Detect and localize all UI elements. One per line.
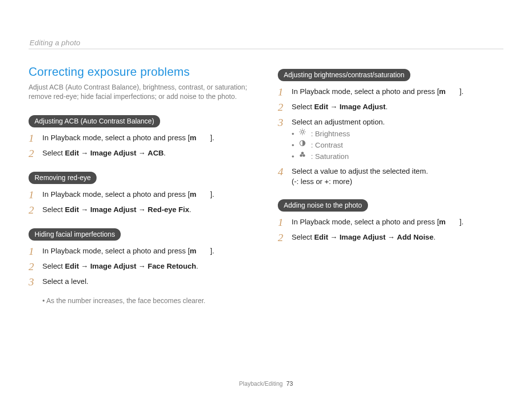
arrow-icon: →: [136, 205, 148, 214]
footer: Playback/Editing 73: [0, 380, 532, 387]
steps-noise: 1 In Playback mode, select a photo and p…: [278, 215, 502, 245]
step-face-1: 1 In Playback mode, select a photo and p…: [29, 244, 253, 259]
text: Select: [42, 149, 65, 157]
text: .: [386, 102, 388, 111]
column-right: Adjusting brightness/contrast/saturation…: [278, 64, 502, 305]
option-label: : Brightness: [311, 128, 350, 139]
step-number: 2: [278, 232, 287, 243]
text: ].: [210, 190, 214, 198]
text: (-: less or +: more): [292, 177, 352, 185]
svg-line-5: [300, 130, 301, 130]
breadcrumb-topic: Editing a photo: [29, 38, 503, 49]
step-text: In Playback mode, select a photo and pre…: [292, 86, 502, 97]
step-text: Select Edit→Image Adjust.: [292, 101, 502, 113]
svg-point-10: [301, 152, 304, 154]
text: Select: [292, 102, 314, 111]
page-title: Correcting exposure problems: [29, 65, 253, 79]
arrow-icon: →: [79, 262, 90, 270]
step-text: Select Edit→Image Adjust→ACB.: [42, 148, 253, 159]
step-bcs-4: 4 Select a value to adjust the selected …: [278, 164, 502, 188]
arrow-icon: →: [79, 205, 90, 214]
step-number: 1: [29, 132, 37, 144]
steps-acb: 1 In Playback mode, select a photo and p…: [29, 130, 253, 161]
step-acb-2: 2 Select Edit→Image Adjust→ACB.: [29, 146, 253, 161]
bold: Face Retouch: [148, 262, 196, 270]
contrast-icon: [299, 140, 306, 147]
steps-face: 1 In Playback mode, select a photo and p…: [29, 244, 253, 289]
text: ].: [460, 87, 464, 95]
options-bcs: : Brightness : Contrast : Saturation: [292, 127, 502, 162]
notes-face: As the number increases, the face become…: [29, 295, 253, 305]
heading-acb: Adjusting ACB (Auto Contrast Balance): [29, 115, 160, 127]
intro-text: Adjust ACB (Auto Contrast Balance), brig…: [29, 83, 253, 101]
step-number: 3: [29, 276, 37, 287]
option-label: : Contrast: [311, 140, 343, 150]
bold: Edit: [65, 149, 79, 157]
text: ].: [210, 133, 214, 142]
column-left: Correcting exposure problems Adjust ACB …: [29, 64, 253, 305]
step-text: In Playback mode, select a photo and pre…: [42, 246, 253, 257]
step-acb-1: 1 In Playback mode, select a photo and p…: [29, 130, 253, 146]
step-number: 2: [29, 148, 37, 159]
step-text: Select Edit→Image Adjust→Add Noise.: [292, 232, 502, 243]
arrow-icon: →: [328, 102, 339, 111]
text: In Playback mode, select a photo and pre…: [42, 133, 190, 142]
columns: Correcting exposure problems Adjust ACB …: [29, 49, 503, 305]
step-bcs-2: 2 Select Edit→Image Adjust.: [278, 99, 502, 115]
step-face-3: 3 Select a level.: [29, 274, 253, 289]
option-saturation: : Saturation: [292, 151, 502, 162]
text: Select: [42, 205, 65, 214]
text: .: [433, 233, 435, 241]
arrow-icon: →: [386, 233, 397, 241]
bold: Add Noise: [397, 233, 433, 241]
option-contrast: : Contrast: [292, 139, 502, 151]
saturation-icon: [299, 151, 306, 158]
arrow-icon: →: [79, 149, 90, 157]
text: Select: [42, 262, 65, 270]
text: Select: [292, 233, 314, 241]
bold: Edit: [65, 262, 79, 270]
heading-face: Hiding facial imperfections: [29, 228, 121, 241]
step-number: 1: [29, 189, 37, 200]
steps-bcs: 1 In Playback mode, select a photo and p…: [278, 84, 502, 188]
bold: Image Adjust: [339, 233, 386, 241]
step-text: In Playback mode, select a photo and pre…: [42, 189, 253, 200]
bold: Edit: [314, 233, 328, 241]
svg-point-0: [301, 131, 304, 133]
key-m: m: [190, 133, 196, 142]
text: .: [196, 262, 198, 270]
step-number: 4: [278, 166, 287, 186]
option-brightness: : Brightness: [292, 128, 502, 139]
bold: Image Adjust: [339, 102, 386, 111]
steps-redeye: 1 In Playback mode, select a photo and p…: [29, 187, 253, 217]
step-number: 2: [278, 101, 287, 113]
step-text: Select Edit→Image Adjust→Red-eye Fix.: [42, 204, 253, 216]
text: In Playback mode, select a photo and pre…: [292, 217, 439, 226]
svg-line-7: [300, 133, 301, 134]
heading-noise: Adding noise to the photo: [278, 199, 368, 212]
step-text: In Playback mode, select a photo and pre…: [292, 216, 502, 228]
text: ].: [210, 247, 214, 255]
svg-point-11: [300, 154, 302, 157]
step-bcs-1: 1 In Playback mode, select a photo and p…: [278, 84, 502, 99]
svg-line-8: [304, 130, 304, 130]
heading-redeye: Removing red-eye: [29, 172, 97, 184]
step-text: Select a level.: [42, 276, 253, 287]
note: As the number increases, the face become…: [42, 296, 253, 305]
bold: Edit: [65, 205, 79, 214]
bold: Red-eye Fix: [148, 205, 189, 214]
step-text: Select Edit→Image Adjust→Face Retouch.: [42, 261, 253, 272]
text: In Playback mode, select a photo and pre…: [42, 190, 190, 198]
text: In Playback mode, select a photo and pre…: [42, 247, 190, 255]
page-number: 73: [286, 380, 293, 387]
bold: Image Adjust: [90, 205, 136, 214]
heading-bcs: Adjusting brightness/contrast/saturation: [278, 69, 410, 81]
step-bcs-3: 3 Select an adjustment option. : Brightn…: [278, 115, 502, 164]
step-number: 1: [278, 216, 287, 228]
step-number: 3: [278, 117, 287, 162]
step-redeye-1: 1 In Playback mode, select a photo and p…: [29, 187, 253, 202]
arrow-icon: →: [136, 262, 148, 270]
step-text: Select a value to adjust the selected it…: [292, 166, 502, 186]
key-m: m: [190, 247, 196, 255]
bold: Image Adjust: [90, 149, 136, 157]
